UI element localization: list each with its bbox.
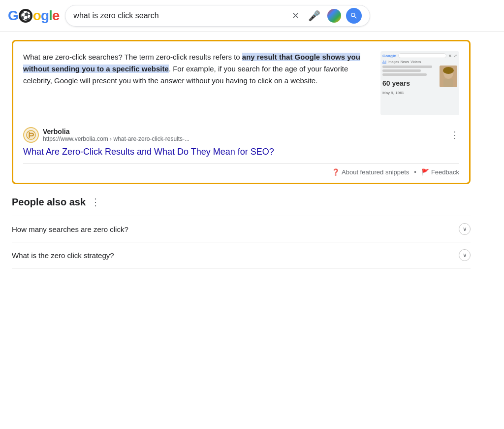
snippet-link[interactable]: What Are Zero-Click Results and What Do … <box>23 147 459 157</box>
paa-item-2[interactable]: What is the zero click strategy? ∨ <box>12 242 471 268</box>
mock-expand: ⤢ <box>454 54 457 58</box>
search-button[interactable] <box>346 8 362 24</box>
paa-more-button[interactable]: ⋮ <box>91 196 100 208</box>
clear-button[interactable]: ✕ <box>290 8 301 23</box>
mock-content: 60 years May 9, 1961 <box>382 66 457 113</box>
mock-tab-all: All <box>382 60 386 64</box>
feedback-button[interactable]: 🚩 Feedback <box>421 168 459 176</box>
snippet-text: What are zero-click searches? The term z… <box>23 51 373 115</box>
google-logo[interactable]: G o g l e <box>8 8 59 24</box>
mock-age: 60 years <box>382 79 438 87</box>
source-more-button[interactable]: ⋮ <box>450 130 459 140</box>
mock-line-2 <box>382 69 421 72</box>
source-url: https://www.verbolia.com › what-are-zero… <box>43 135 189 142</box>
svg-point-2 <box>443 67 454 74</box>
chevron-down-icon-1: ∨ <box>459 223 471 235</box>
mock-tab-images: Images <box>388 60 399 64</box>
mock-header: Google ✕ ⤢ <box>382 53 457 58</box>
source-icon <box>23 127 39 143</box>
paa-question-1: How many searches are zero click? <box>12 225 128 233</box>
lens-button[interactable] <box>327 9 341 23</box>
search-input[interactable] <box>73 11 290 20</box>
logo-letter-o2: o <box>33 8 41 24</box>
mock-close: ✕ <box>448 54 452 58</box>
image-mockup: Google ✕ ⤢ All Images News Videos <box>380 51 459 115</box>
featured-snippet: What are zero-click searches? The term z… <box>12 40 471 184</box>
paa-header: People also ask ⋮ <box>12 196 471 208</box>
snippet-text-before: What are zero-click searches? The term z… <box>23 53 242 61</box>
voice-search-button[interactable]: 🎤 <box>306 8 322 24</box>
search-icon-group: ✕ 🎤 <box>290 8 362 24</box>
mock-date: May 9, 1961 <box>382 91 438 95</box>
mock-face <box>440 66 457 87</box>
snippet-body: What are zero-click searches? The term z… <box>23 51 459 115</box>
source-info: Verbolia https://www.verbolia.com › what… <box>43 128 189 142</box>
people-also-ask-section: People also ask ⋮ How many searches are … <box>12 196 471 268</box>
paa-title: People also ask <box>12 197 86 208</box>
logo-letter-g2: g <box>41 8 49 24</box>
mock-search-bar <box>398 53 446 58</box>
paa-question-2: What is the zero click strategy? <box>12 251 114 260</box>
search-bar[interactable]: ✕ 🎤 <box>65 5 370 27</box>
header: G o g l e ✕ 🎤 <box>0 0 504 32</box>
footer-separator: • <box>414 168 416 176</box>
svg-rect-3 <box>443 79 453 87</box>
mock-line-3 <box>382 73 427 76</box>
logo-letter-l: l <box>49 8 52 24</box>
source-url-text: https://www.verbolia.com › what-are-zero… <box>43 135 189 142</box>
chevron-down-icon-2: ∨ <box>459 249 471 261</box>
main-content: What are zero-click searches? The term z… <box>0 32 482 276</box>
logo-letter-g: G <box>8 8 18 24</box>
paa-item-1[interactable]: How many searches are zero click? ∨ <box>12 216 471 242</box>
question-icon: ❓ <box>332 168 340 176</box>
mock-tabs: All Images News Videos <box>382 60 457 64</box>
logo-soccer-ball <box>19 9 32 23</box>
mock-line-1 <box>382 66 432 68</box>
mock-google-logo: Google <box>382 54 396 58</box>
logo-letter-e: e <box>52 8 60 24</box>
mock-tab-news: News <box>401 60 410 64</box>
mock-left-panel: 60 years May 9, 1961 <box>382 66 438 113</box>
feedback-label: Feedback <box>431 168 459 176</box>
snippet-source: Verbolia https://www.verbolia.com › what… <box>23 122 459 143</box>
mock-tab-videos: Videos <box>410 60 421 64</box>
about-snippets-button[interactable]: ❓ About featured snippets <box>332 168 409 176</box>
feedback-icon: 🚩 <box>421 168 429 176</box>
source-name: Verbolia <box>43 128 189 135</box>
about-snippets-label: About featured snippets <box>342 168 409 176</box>
snippet-footer: ❓ About featured snippets • 🚩 Feedback <box>23 163 459 176</box>
svg-point-4 <box>27 131 35 139</box>
snippet-image: Google ✕ ⤢ All Images News Videos <box>380 51 459 115</box>
